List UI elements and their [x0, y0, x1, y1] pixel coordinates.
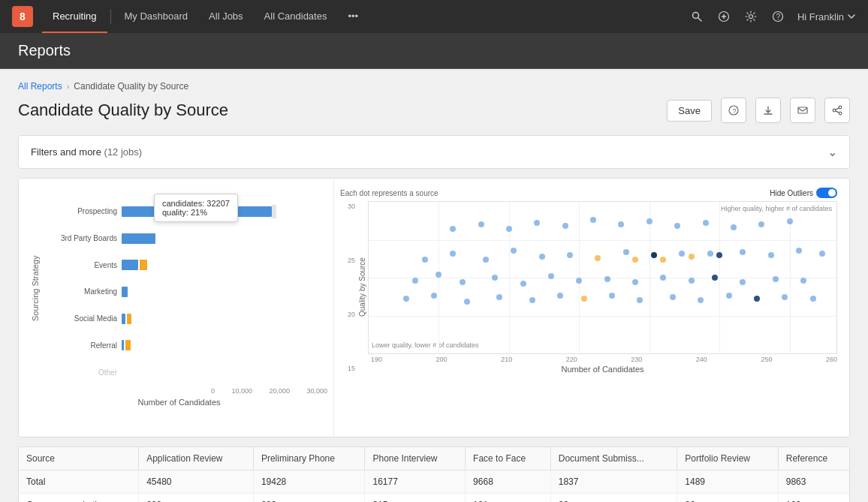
- scatter-dot: [768, 252, 774, 258]
- breadcrumb-parent[interactable]: All Reports: [18, 81, 62, 92]
- bar-blue: [122, 206, 272, 217]
- scatter-dot: [483, 257, 489, 263]
- cell-prelim-phone: 382: [253, 494, 365, 503]
- scatter-dot: [623, 249, 629, 255]
- filters-label: Filters and more (12 jobs): [31, 146, 142, 158]
- bar-track: [122, 206, 327, 217]
- email-button[interactable]: [790, 98, 815, 123]
- bar-cursor: [272, 205, 276, 218]
- bar-label: Social Media: [43, 314, 122, 323]
- scatter-dot: [539, 254, 545, 260]
- scatter-dot: [782, 294, 788, 300]
- nav-links: Recruiting My Dashboard All Jobs All Can…: [42, 0, 689, 33]
- svg-point-13: [833, 109, 836, 112]
- bar-track: [122, 287, 327, 297]
- bar-row-social: Social Media: [43, 308, 327, 329]
- bar-row-marketing: Marketing: [43, 281, 327, 302]
- bar-label: Other: [43, 368, 122, 377]
- add-icon[interactable]: [716, 9, 731, 24]
- scatter-dot: [581, 296, 587, 302]
- nav-my-dashboard[interactable]: My Dashboard: [114, 0, 199, 33]
- toggle-on[interactable]: [816, 188, 837, 198]
- download-button[interactable]: [755, 98, 781, 123]
- svg-line-1: [698, 18, 701, 21]
- scatter-dot: [740, 279, 746, 285]
- svg-text:?: ?: [776, 13, 780, 21]
- nav-all-candidates[interactable]: All Candidates: [254, 0, 338, 33]
- scatter-dot: [712, 275, 718, 281]
- scatter-dot: [464, 299, 470, 305]
- info-button[interactable]: ?: [721, 98, 746, 123]
- scatter-dot: [511, 248, 517, 254]
- scatter-dot: [595, 255, 601, 261]
- data-table-container: Source Application Review Preliminary Ph…: [18, 446, 850, 502]
- scatter-dot: [632, 257, 638, 263]
- bar-label: Prospecting: [43, 207, 122, 215]
- scatter-dot: [646, 218, 653, 224]
- bar-y-axis-label: Sourcing Strategy: [31, 191, 40, 386]
- scatter-dot: [660, 275, 666, 281]
- cell-app-review: 45480: [139, 470, 254, 494]
- bar-row-3rd-party: 3rd Party Boards: [43, 228, 327, 249]
- scatter-chart: Each dot represents a source Hide Outlie…: [334, 179, 849, 437]
- help-icon[interactable]: ?: [770, 9, 785, 24]
- scatter-dot: [651, 252, 657, 258]
- cell-app-review: 890: [139, 494, 254, 503]
- annotation-top-right: Higher quality, higher # of candidates: [721, 205, 832, 212]
- nav-more[interactable]: •••: [337, 0, 369, 33]
- bar-track: [122, 260, 327, 270]
- app-logo[interactable]: 8: [12, 6, 33, 27]
- nav-recruiting[interactable]: Recruiting: [42, 0, 107, 33]
- bar-chart-inner: Sourcing Strategy Prospecting 3rd Party …: [31, 191, 327, 386]
- scatter-dot: [529, 297, 535, 303]
- bar-chart: candidates: 32207 quality: 21% Sourcing …: [19, 179, 334, 437]
- filters-bar[interactable]: Filters and more (12 jobs) ⌄: [18, 135, 850, 169]
- cell-portfolio: 26: [677, 494, 778, 503]
- cell-reference: 193: [778, 494, 849, 503]
- share-button[interactable]: [824, 98, 850, 123]
- scatter-dot: [450, 251, 456, 257]
- scatter-dot: [492, 275, 498, 281]
- settings-icon[interactable]: [743, 9, 758, 24]
- scatter-dot: [618, 221, 624, 227]
- nav-right: ? Hi Franklin: [689, 9, 856, 24]
- cell-face-to-face: 181: [466, 494, 551, 503]
- breadcrumb-current: Candidate Quality by Source: [74, 81, 188, 92]
- bar-row-referral: Referral: [43, 335, 327, 356]
- search-icon[interactable]: [689, 9, 704, 24]
- annotation-bottom-left: Lower quality, lower # of candidates: [372, 341, 478, 349]
- user-menu[interactable]: Hi Franklin: [797, 11, 856, 23]
- table-row: Total 45480 19428 16177 9668 1837 1489 9…: [19, 470, 849, 494]
- cell-reference: 9863: [778, 470, 849, 494]
- charts-row: candidates: 32207 quality: 21% Sourcing …: [18, 178, 850, 437]
- table-row: Company marketing 890 382 315 181 33 26 …: [19, 494, 849, 503]
- scatter-dot: [800, 278, 806, 284]
- bar-blue: [122, 260, 138, 270]
- scatter-dot: [726, 293, 732, 299]
- bar-track: [122, 340, 327, 350]
- nav-divider: [110, 9, 111, 24]
- scatter-dot: [754, 296, 760, 302]
- scatter-dot: [679, 251, 685, 257]
- filters-chevron[interactable]: ⌄: [827, 145, 837, 159]
- scatter-dot: [548, 273, 554, 279]
- scatter-dot: [431, 293, 437, 299]
- report-title-row: Candidate Quality by Source Save ?: [18, 98, 850, 123]
- svg-point-5: [749, 15, 752, 19]
- cell-phone-interview: 315: [365, 494, 466, 503]
- scatter-x-ticks: 190 200 210 220 230 240 250 260: [368, 356, 837, 363]
- scatter-dot: [707, 251, 713, 257]
- bar-label: 3rd Party Boards: [43, 234, 122, 242]
- nav-all-jobs[interactable]: All Jobs: [198, 0, 254, 33]
- cell-face-to-face: 9668: [466, 470, 551, 494]
- data-table: Source Application Review Preliminary Ph…: [19, 447, 849, 502]
- scatter-dot: [796, 248, 802, 254]
- save-button[interactable]: Save: [667, 100, 712, 122]
- scatter-dot: [773, 276, 779, 282]
- col-reference: Reference: [778, 447, 849, 470]
- cell-doc-submiss: 1837: [550, 470, 677, 494]
- col-face-to-face: Face to Face: [466, 447, 551, 470]
- hide-outliers-toggle[interactable]: Hide Outliers: [770, 188, 837, 198]
- col-doc-submiss: Document Submiss...: [550, 447, 677, 470]
- scatter-dot: [731, 224, 737, 230]
